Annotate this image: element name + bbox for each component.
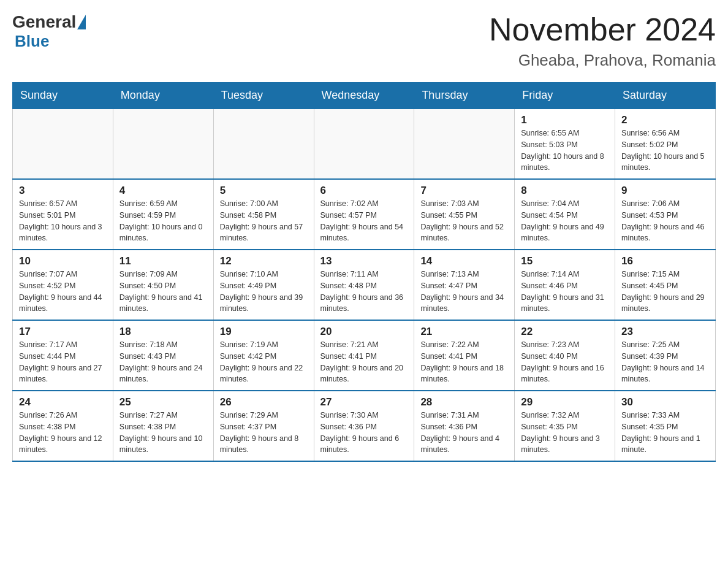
cell-week1-day6: 2Sunrise: 6:56 AMSunset: 5:02 PMDaylight… [615, 109, 716, 179]
week-row-1: 1Sunrise: 6:55 AMSunset: 5:03 PMDaylight… [13, 109, 716, 179]
cell-week5-day0: 24Sunrise: 7:26 AMSunset: 4:38 PMDayligh… [13, 391, 113, 461]
day-number: 12 [220, 255, 308, 267]
day-info: Sunrise: 7:29 AMSunset: 4:37 PMDaylight:… [220, 410, 308, 456]
day-number: 2 [621, 114, 709, 126]
cell-week2-day2: 5Sunrise: 7:00 AMSunset: 4:58 PMDaylight… [213, 179, 314, 250]
day-number: 29 [521, 396, 609, 408]
cell-week3-day0: 10Sunrise: 7:07 AMSunset: 4:52 PMDayligh… [13, 250, 113, 320]
col-thursday: Thursday [414, 83, 515, 109]
calendar-table: Sunday Monday Tuesday Wednesday Thursday… [12, 82, 716, 462]
day-info: Sunrise: 7:00 AMSunset: 4:58 PMDaylight:… [220, 198, 308, 244]
logo: General Blue [12, 12, 86, 51]
day-number: 22 [521, 326, 609, 338]
day-info: Sunrise: 7:25 AMSunset: 4:39 PMDaylight:… [621, 339, 709, 385]
day-info: Sunrise: 7:04 AMSunset: 4:54 PMDaylight:… [521, 198, 609, 244]
cell-week5-day6: 30Sunrise: 7:33 AMSunset: 4:35 PMDayligh… [615, 391, 716, 461]
day-info: Sunrise: 7:02 AMSunset: 4:57 PMDaylight:… [320, 198, 408, 244]
day-info: Sunrise: 7:22 AMSunset: 4:41 PMDaylight:… [420, 339, 508, 385]
cell-week4-day1: 18Sunrise: 7:18 AMSunset: 4:43 PMDayligh… [113, 320, 213, 391]
cell-week5-day4: 28Sunrise: 7:31 AMSunset: 4:36 PMDayligh… [414, 391, 515, 461]
title-block: November 2024 Gheaba, Prahova, Romania [489, 12, 716, 70]
cell-week4-day2: 19Sunrise: 7:19 AMSunset: 4:42 PMDayligh… [213, 320, 314, 391]
day-number: 10 [19, 255, 107, 267]
day-info: Sunrise: 6:56 AMSunset: 5:02 PMDaylight:… [621, 128, 709, 174]
day-number: 8 [521, 185, 609, 197]
cell-week2-day5: 8Sunrise: 7:04 AMSunset: 4:54 PMDaylight… [515, 179, 615, 250]
day-info: Sunrise: 7:11 AMSunset: 4:48 PMDaylight:… [320, 269, 408, 315]
day-number: 6 [320, 185, 408, 197]
day-info: Sunrise: 7:07 AMSunset: 4:52 PMDaylight:… [19, 269, 107, 315]
col-sunday: Sunday [13, 83, 113, 109]
day-number: 4 [119, 185, 207, 197]
day-info: Sunrise: 7:30 AMSunset: 4:36 PMDaylight:… [320, 410, 408, 456]
cell-week1-day3 [314, 109, 414, 179]
cell-week3-day1: 11Sunrise: 7:09 AMSunset: 4:50 PMDayligh… [113, 250, 213, 320]
cell-week2-day1: 4Sunrise: 6:59 AMSunset: 4:59 PMDaylight… [113, 179, 213, 250]
cell-week4-day4: 21Sunrise: 7:22 AMSunset: 4:41 PMDayligh… [414, 320, 515, 391]
col-monday: Monday [113, 83, 213, 109]
day-info: Sunrise: 7:15 AMSunset: 4:45 PMDaylight:… [621, 269, 709, 315]
cell-week2-day0: 3Sunrise: 6:57 AMSunset: 5:01 PMDaylight… [13, 179, 113, 250]
cell-week3-day3: 13Sunrise: 7:11 AMSunset: 4:48 PMDayligh… [314, 250, 414, 320]
day-info: Sunrise: 7:10 AMSunset: 4:49 PMDaylight:… [220, 269, 308, 315]
logo-blue-text: Blue [15, 32, 86, 51]
day-info: Sunrise: 7:23 AMSunset: 4:40 PMDaylight:… [521, 339, 609, 385]
day-info: Sunrise: 7:03 AMSunset: 4:55 PMDaylight:… [420, 198, 508, 244]
logo-general-text: General [12, 12, 76, 32]
cell-week4-day5: 22Sunrise: 7:23 AMSunset: 4:40 PMDayligh… [515, 320, 615, 391]
cell-week5-day2: 26Sunrise: 7:29 AMSunset: 4:37 PMDayligh… [213, 391, 314, 461]
day-number: 14 [420, 255, 508, 267]
day-info: Sunrise: 7:09 AMSunset: 4:50 PMDaylight:… [119, 269, 207, 315]
day-info: Sunrise: 7:14 AMSunset: 4:46 PMDaylight:… [521, 269, 609, 315]
day-info: Sunrise: 7:31 AMSunset: 4:36 PMDaylight:… [420, 410, 508, 456]
cell-week5-day5: 29Sunrise: 7:32 AMSunset: 4:35 PMDayligh… [515, 391, 615, 461]
day-info: Sunrise: 7:06 AMSunset: 4:53 PMDaylight:… [621, 198, 709, 244]
cell-week2-day4: 7Sunrise: 7:03 AMSunset: 4:55 PMDaylight… [414, 179, 515, 250]
cell-week3-day2: 12Sunrise: 7:10 AMSunset: 4:49 PMDayligh… [213, 250, 314, 320]
day-number: 1 [521, 114, 609, 126]
logo-triangle-icon [77, 15, 86, 29]
cell-week2-day3: 6Sunrise: 7:02 AMSunset: 4:57 PMDaylight… [314, 179, 414, 250]
day-info: Sunrise: 6:59 AMSunset: 4:59 PMDaylight:… [119, 198, 207, 244]
day-number: 20 [320, 326, 408, 338]
cell-week4-day6: 23Sunrise: 7:25 AMSunset: 4:39 PMDayligh… [615, 320, 716, 391]
day-number: 24 [19, 396, 107, 408]
col-saturday: Saturday [615, 83, 716, 109]
day-number: 16 [621, 255, 709, 267]
week-row-2: 3Sunrise: 6:57 AMSunset: 5:01 PMDaylight… [13, 179, 716, 250]
day-number: 25 [119, 396, 207, 408]
day-number: 7 [420, 185, 508, 197]
day-number: 18 [119, 326, 207, 338]
cell-week3-day5: 15Sunrise: 7:14 AMSunset: 4:46 PMDayligh… [515, 250, 615, 320]
day-info: Sunrise: 7:19 AMSunset: 4:42 PMDaylight:… [220, 339, 308, 385]
day-info: Sunrise: 6:55 AMSunset: 5:03 PMDaylight:… [521, 128, 609, 174]
page-header: General Blue November 2024 Gheaba, Praho… [12, 12, 716, 70]
week-row-3: 10Sunrise: 7:07 AMSunset: 4:52 PMDayligh… [13, 250, 716, 320]
week-row-4: 17Sunrise: 7:17 AMSunset: 4:44 PMDayligh… [13, 320, 716, 391]
day-info: Sunrise: 7:33 AMSunset: 4:35 PMDaylight:… [621, 410, 709, 456]
day-number: 21 [420, 326, 508, 338]
month-year-title: November 2024 [489, 12, 716, 47]
day-info: Sunrise: 7:17 AMSunset: 4:44 PMDaylight:… [19, 339, 107, 385]
day-number: 23 [621, 326, 709, 338]
cell-week2-day6: 9Sunrise: 7:06 AMSunset: 4:53 PMDaylight… [615, 179, 716, 250]
calendar-header-row: Sunday Monday Tuesday Wednesday Thursday… [13, 83, 716, 109]
col-wednesday: Wednesday [314, 83, 414, 109]
day-info: Sunrise: 7:32 AMSunset: 4:35 PMDaylight:… [521, 410, 609, 456]
day-number: 17 [19, 326, 107, 338]
cell-week1-day0 [13, 109, 113, 179]
col-friday: Friday [515, 83, 615, 109]
location-title: Gheaba, Prahova, Romania [489, 51, 716, 70]
day-info: Sunrise: 6:57 AMSunset: 5:01 PMDaylight:… [19, 198, 107, 244]
cell-week4-day3: 20Sunrise: 7:21 AMSunset: 4:41 PMDayligh… [314, 320, 414, 391]
day-number: 11 [119, 255, 207, 267]
cell-week3-day4: 14Sunrise: 7:13 AMSunset: 4:47 PMDayligh… [414, 250, 515, 320]
day-number: 30 [621, 396, 709, 408]
day-number: 28 [420, 396, 508, 408]
day-info: Sunrise: 7:26 AMSunset: 4:38 PMDaylight:… [19, 410, 107, 456]
cell-week1-day1 [113, 109, 213, 179]
cell-week3-day6: 16Sunrise: 7:15 AMSunset: 4:45 PMDayligh… [615, 250, 716, 320]
day-number: 5 [220, 185, 308, 197]
cell-week5-day1: 25Sunrise: 7:27 AMSunset: 4:38 PMDayligh… [113, 391, 213, 461]
day-number: 27 [320, 396, 408, 408]
